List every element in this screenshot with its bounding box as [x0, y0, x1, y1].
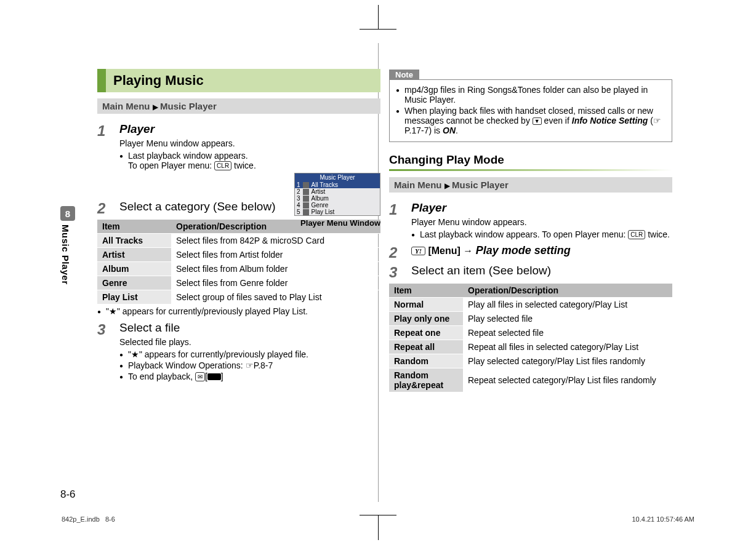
cell-item: Play List: [97, 290, 171, 304]
footer-page: 8-6: [105, 515, 115, 523]
breadcrumb-root: Main Menu: [102, 101, 150, 111]
step-text: Player Menu window appears.: [119, 138, 279, 148]
table-row: Repeat oneRepeat selected file: [389, 326, 672, 340]
step-number: 1: [389, 201, 403, 242]
table-header-item: Item: [97, 220, 171, 234]
accent-bar: [97, 69, 106, 92]
screen-row: 1 All Tracks: [295, 181, 380, 188]
step-title: Select an item (See below): [411, 264, 672, 277]
bracket: ]: [221, 372, 223, 381]
bullet: "★" appears for currently/previously pla…: [97, 306, 380, 316]
right-column: Note mp4/3gp files in Ring Songs&Tones f…: [389, 69, 672, 471]
heading-rule: [389, 169, 672, 171]
step-number: 1: [97, 122, 111, 173]
screen-mock: Music Player 1 All Tracks 2 Artist 3 Alb…: [294, 173, 380, 216]
bullet: Playback Window Operations: ☞P.8-7: [119, 360, 380, 370]
step-number: 2: [97, 200, 111, 217]
arrow-right-icon: →: [463, 245, 473, 256]
table-row: All TracksSelect files from 842P & micro…: [97, 234, 380, 248]
clr-key-icon: CLR: [214, 161, 231, 170]
step-text: Selected file plays.: [119, 337, 380, 347]
left-column: Playing Music Main Menu ▶ Music Player 1…: [97, 69, 380, 471]
note-bullet: mp4/3gp files in Ring Songs&Tones folder…: [396, 85, 666, 105]
screen-row: 2 Artist: [295, 188, 380, 195]
chevron-right-icon: ▶: [444, 181, 452, 190]
table-row: Repeat allRepeat all files in selected c…: [389, 340, 672, 354]
breadcrumb-bar: Main Menu ▶ Music Player: [97, 98, 380, 114]
step-3: 3 Select a file Selected file plays. "★"…: [97, 321, 380, 384]
value-on: ON: [443, 125, 456, 135]
list-icon: [303, 202, 309, 209]
breadcrumb-item: Music Player: [160, 101, 217, 111]
cell-desc: Select files from Artist folder: [171, 248, 380, 262]
step-number: 3: [97, 321, 111, 384]
bullet: Last playback window appears. To open Pl…: [411, 229, 672, 239]
note-text: .: [456, 125, 458, 135]
cell-desc: Select files from 842P & microSD Card: [171, 234, 380, 248]
step-title: Player: [411, 201, 672, 215]
cell-item: Random play&repeat: [389, 368, 463, 392]
cell-desc: Repeat selected category/Play List files…: [463, 368, 672, 392]
step-title: Player: [119, 122, 279, 136]
step-text: Player Menu window appears.: [411, 217, 672, 227]
clr-key-icon: CLR: [628, 230, 645, 239]
cell-item: Repeat all: [389, 340, 463, 354]
pointer-icon: ☞: [653, 116, 661, 125]
table-row: ArtistSelect files from Artist folder: [97, 248, 380, 262]
bullet-text: To open Player menu:: [128, 161, 214, 170]
list-icon: [303, 189, 309, 195]
page: 8 Music Player Playing Music Main Menu ▶…: [0, 0, 756, 545]
footer-timestamp: 10.4.21 10:57:46 AM: [632, 515, 694, 523]
table-header-item: Item: [389, 284, 463, 298]
stop-icon: [207, 373, 221, 380]
page-ref: P.8-7: [254, 360, 273, 370]
table-row: RandomPlay selected category/Play List f…: [389, 354, 672, 368]
cell-item: Play only one: [389, 312, 463, 326]
step-3: 3 Select an item (See below): [389, 264, 672, 281]
pointer-icon: ☞: [246, 360, 254, 370]
chapter-label: Music Player: [60, 225, 71, 285]
chapter-number: 8: [60, 206, 75, 221]
screen-title: Music Player: [295, 173, 380, 181]
breadcrumb-root: Main Menu: [394, 180, 442, 190]
table-row: Play ListSelect group of files saved to …: [97, 290, 380, 304]
footer-file: 842p_E.indb: [62, 515, 100, 523]
cell-item: Genre: [97, 276, 171, 290]
breadcrumb-bar: Main Menu ▶ Music Player: [389, 177, 672, 193]
cell-desc: Play selected category/Play List files r…: [463, 354, 672, 368]
note-bullet: When playing back files with handset clo…: [396, 106, 666, 135]
cell-item: Normal: [389, 298, 463, 312]
step-number: 2: [389, 244, 403, 261]
figure-caption: Player Menu Window: [294, 218, 380, 228]
bullet-text: Last playback window appears.: [128, 151, 248, 161]
bullet-text: To end playback,: [128, 372, 195, 381]
bullet: To end playback, ✉[]: [119, 372, 380, 381]
player-menu-figure: Music Player 1 All Tracks 2 Artist 3 Alb…: [294, 173, 380, 228]
cell-desc: Select files from Album folder: [171, 262, 380, 276]
category-table: Item Operation/Description All TracksSel…: [97, 220, 380, 304]
print-footer: 842p_E.indb 8-6 10.4.21 10:57:46 AM: [62, 515, 694, 523]
list-icon: [303, 182, 309, 188]
bullet: "★" appears for currently/previously pla…: [119, 349, 380, 359]
action-label: Play mode setting: [476, 244, 571, 257]
bullet-text: twice.: [231, 161, 256, 170]
step-title: Select a file: [119, 321, 380, 335]
setting-name: Info Notice Setting: [572, 116, 648, 125]
list-icon: [303, 196, 309, 202]
mail-key-icon: ✉: [195, 372, 205, 381]
screen-row: 3 Album: [295, 195, 380, 202]
note-block: Note mp4/3gp files in Ring Songs&Tones f…: [389, 69, 672, 142]
cell-item: Album: [97, 262, 171, 276]
step-2: 2 Y! [Menu] → Play mode setting: [389, 244, 672, 261]
cell-item: All Tracks: [97, 234, 171, 248]
table-row: Play only onePlay selected file: [389, 312, 672, 326]
table-row: AlbumSelect files from Album folder: [97, 262, 380, 276]
list-icon: [303, 209, 309, 215]
table-row: GenreSelect files from Genre folder: [97, 276, 380, 290]
note-text: (: [648, 116, 653, 125]
down-key-icon: ▼: [533, 117, 542, 125]
section-header: Playing Music: [97, 69, 380, 92]
cell-desc: Play selected file: [463, 312, 672, 326]
step-1: 1 Player Player Menu window appears. Las…: [97, 122, 380, 173]
cell-desc: Select group of files saved to Play List: [171, 290, 380, 304]
